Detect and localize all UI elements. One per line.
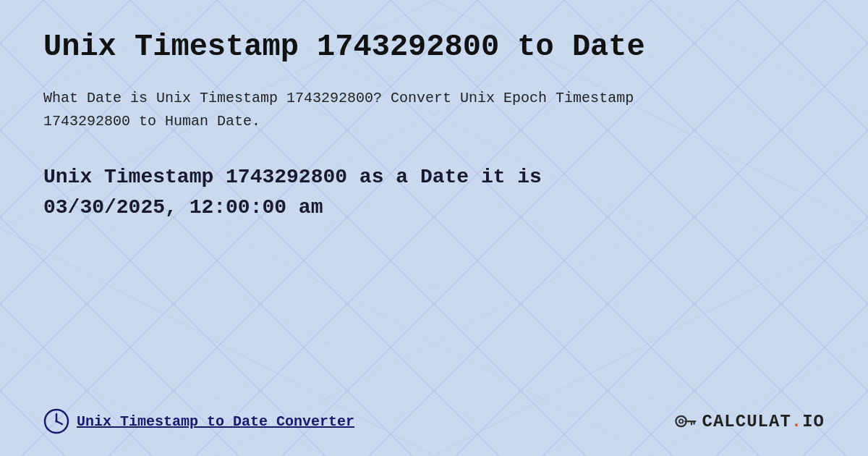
result-text: Unix Timestamp 1743292800 as a Date it i… (43, 162, 825, 223)
page-title: Unix Timestamp 1743292800 to Date (43, 29, 825, 65)
svg-point-16 (678, 419, 682, 423)
logo-calc: CALCULAT (702, 412, 791, 431)
logo-dot: . (791, 412, 802, 431)
clock-icon (43, 408, 69, 434)
footer-link-section[interactable]: Unix Timestamp to Date Converter (43, 408, 354, 434)
svg-point-14 (56, 421, 58, 423)
footer: Unix Timestamp to Date Converter CALCULA… (43, 408, 825, 434)
result-line2: 03/30/2025, 12:00:00 am (43, 196, 323, 219)
logo-section: CALCULAT.IO (672, 408, 825, 434)
result-section: Unix Timestamp 1743292800 as a Date it i… (43, 162, 825, 223)
page-content: Unix Timestamp 1743292800 to Date What D… (0, 0, 868, 456)
page-description: What Date is Unix Timestamp 1743292800? … (43, 87, 694, 133)
result-line1: Unix Timestamp 1743292800 as a Date it i… (43, 166, 542, 188)
logo-text: CALCULAT.IO (702, 412, 825, 431)
logo-io: IO (802, 412, 825, 431)
logo-icon (672, 408, 698, 434)
footer-link-text[interactable]: Unix Timestamp to Date Converter (77, 413, 354, 430)
